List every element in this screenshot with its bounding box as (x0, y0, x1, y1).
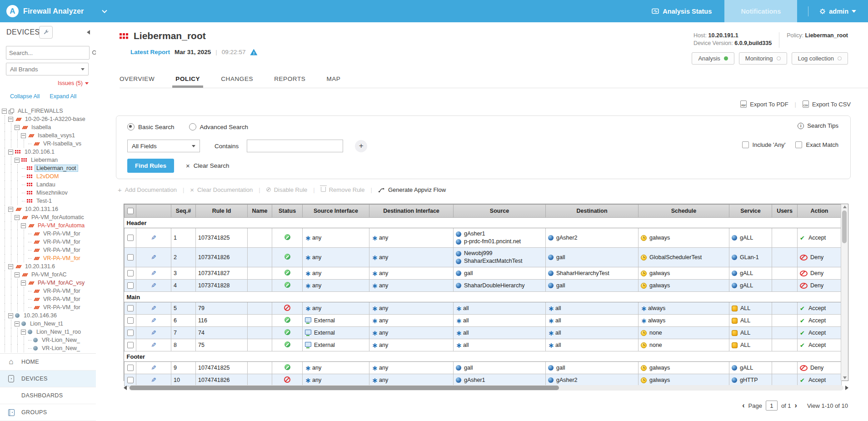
edit-rule-icon[interactable] (151, 282, 156, 289)
hscroll-track[interactable] (129, 385, 843, 391)
notifications-button[interactable]: Notifications (724, 0, 797, 22)
include-any-checkbox[interactable]: Include 'Any' (742, 141, 786, 148)
tree-expander-icon[interactable] (2, 109, 7, 114)
add-criteria-button[interactable]: + (355, 140, 367, 152)
scrollbar-thumb[interactable] (842, 210, 847, 243)
row-checkbox[interactable] (127, 235, 134, 241)
basic-search-radio[interactable]: Basic Search (127, 123, 175, 130)
tab-changes[interactable]: CHANGES (221, 70, 253, 88)
tab-policy[interactable]: POLICY (175, 70, 200, 88)
tree-item-pa-vm-forautomatic[interactable]: PA-VM_forAutomatic (2, 213, 96, 221)
tree-expander-icon[interactable] (21, 330, 26, 335)
row-checkbox[interactable] (127, 270, 134, 276)
edit-rule-icon[interactable] (151, 254, 156, 261)
sidebar-item-home[interactable]: ⌂HOME (0, 354, 96, 371)
row-checkbox[interactable] (127, 342, 134, 348)
row-checkbox[interactable] (127, 377, 134, 383)
analysis-button[interactable]: Analysis (692, 52, 734, 65)
tab-reports[interactable]: REPORTS (274, 70, 305, 88)
tree-item-pa-vm-forautoma[interactable]: PA-VM_forAutoma (2, 221, 96, 230)
tree-item-10-20-106-1[interactable]: 10.20.106.1 (2, 148, 96, 156)
tree-item-lieberman-root[interactable]: Lieberman_root (2, 164, 96, 172)
tree-item-vr-pa-vm-for[interactable]: VR-PA-VM_for (2, 238, 96, 246)
edit-rule-icon[interactable] (151, 329, 156, 336)
scroll-left-icon[interactable] (124, 386, 127, 390)
tree-item-lion-new-t1[interactable]: Lion_New_t1 (2, 320, 96, 328)
find-rules-button[interactable]: Find Rules (127, 159, 174, 173)
sidebar-item-dashboards[interactable]: DASHBOARDS (0, 387, 96, 404)
monitoring-button[interactable]: Monitoring (739, 52, 787, 65)
tree-item-misezhnikov[interactable]: Misezhnikov (2, 189, 96, 197)
sidebar-collapse-icon[interactable] (87, 30, 90, 35)
tree-item-vr-pa-vm-for[interactable]: VR-PA-VM_for (2, 246, 96, 254)
row-checkbox[interactable] (127, 317, 134, 324)
toolbar-generate-appviz-flow[interactable]: Generate Appviz Flow (378, 186, 446, 193)
export-pdf-button[interactable]: Export To PDF (740, 100, 788, 108)
scroll-up-icon[interactable] (843, 205, 847, 208)
edit-rule-icon[interactable] (151, 376, 156, 384)
row-checkbox[interactable] (127, 254, 134, 261)
tab-map[interactable]: MAP (326, 70, 340, 88)
horizontal-scrollbar[interactable] (124, 384, 848, 391)
tree-expander-icon[interactable] (8, 207, 13, 212)
expand-all-link[interactable]: Expand All (50, 93, 76, 100)
scroll-right-icon[interactable] (845, 386, 848, 390)
tab-overview[interactable]: OVERVIEW (120, 70, 155, 88)
prev-page-icon[interactable]: ‹ (742, 403, 744, 408)
wrench-button[interactable] (39, 26, 53, 39)
tree-item-vr-lion-new[interactable]: VR-Lion_New_ (2, 344, 96, 352)
vertical-scrollbar[interactable] (841, 204, 848, 381)
fields-dropdown[interactable]: All Fields (127, 140, 200, 152)
edit-rule-icon[interactable] (151, 364, 156, 371)
row-checkbox[interactable] (127, 330, 134, 336)
export-csv-button[interactable]: Export To CSV (803, 100, 851, 108)
tree-item-all-firewalls[interactable]: ALL_FIREWALLS (2, 107, 96, 115)
next-page-icon[interactable]: › (795, 403, 797, 408)
device-search-input[interactable] (6, 50, 92, 56)
latest-report-link[interactable]: Latest Report (130, 49, 170, 55)
issues-link[interactable]: Issues (5) (58, 80, 89, 86)
exact-match-checkbox[interactable]: Exact Match (795, 141, 838, 148)
tree-item-vr-pa-vm-for[interactable]: VR-PA-VM_for (2, 295, 96, 303)
tree-expander-icon[interactable] (8, 117, 13, 122)
row-checkbox[interactable] (127, 305, 134, 311)
tree-item-10-20-26-1-a3220-base[interactable]: 10-20-26-1-A3220-base (2, 115, 96, 123)
tree-expander-icon[interactable] (21, 223, 26, 228)
tree-item-vr-isabella-vs[interactable]: VR-Isabella_vs (2, 140, 96, 148)
tree-item-10-20-131-6[interactable]: 10.20.131.6 (2, 262, 96, 271)
search-tips-link[interactable]: i Search Tips (798, 122, 838, 129)
hscroll-thumb[interactable] (130, 386, 559, 390)
warning-icon[interactable] (250, 49, 257, 55)
tree-expander-icon[interactable] (8, 313, 13, 318)
tree-expander-icon[interactable] (15, 321, 20, 326)
select-all-checkbox[interactable] (127, 208, 134, 214)
tree-expander-icon[interactable] (15, 158, 20, 163)
tree-item-pa-vm-forac-vsy[interactable]: PA-VM_forAC_vsy (2, 279, 96, 287)
collapse-all-link[interactable]: Collapse All (10, 93, 40, 100)
sidebar-item-groups[interactable]: GROUPS (0, 404, 96, 421)
tree-expander-icon[interactable] (8, 150, 13, 155)
admin-menu[interactable]: admin (819, 8, 856, 15)
tree-item-vr-pa-vm-for[interactable]: VR-PA-VM_for (2, 230, 96, 238)
scroll-down-icon[interactable] (843, 376, 847, 379)
row-checkbox[interactable] (127, 365, 134, 371)
edit-rule-icon[interactable] (151, 270, 156, 277)
tree-item-pa-vm-forac[interactable]: PA-VM_forAC (2, 271, 96, 279)
edit-rule-icon[interactable] (151, 305, 156, 312)
tree-item-l2vdom[interactable]: L2vDOM (2, 172, 96, 180)
page-number-input[interactable] (766, 401, 778, 411)
row-checkbox[interactable] (127, 282, 134, 289)
tree-expander-icon[interactable] (15, 125, 20, 130)
tree-item-lion-new-t1-roo[interactable]: Lion_New_t1_roo (2, 328, 96, 336)
tree-item-10-20-131-16[interactable]: 10.20.131.16 (2, 205, 96, 213)
select-all-header[interactable] (125, 205, 136, 218)
tree-item-isabella[interactable]: Isabella (2, 123, 96, 131)
brand[interactable]: A Firewall Analyzer (6, 5, 108, 17)
tree-item-landau[interactable]: Landau (2, 180, 96, 189)
advanced-search-radio[interactable]: Advanced Search (189, 123, 249, 130)
edit-rule-icon[interactable] (151, 317, 156, 324)
tree-expander-icon[interactable] (15, 215, 20, 220)
log-collection-button[interactable]: Log collection (792, 52, 848, 65)
analysis-status-button[interactable]: Analysis Status (652, 8, 712, 15)
sidebar-item-devices[interactable]: DEVICES (0, 371, 96, 387)
